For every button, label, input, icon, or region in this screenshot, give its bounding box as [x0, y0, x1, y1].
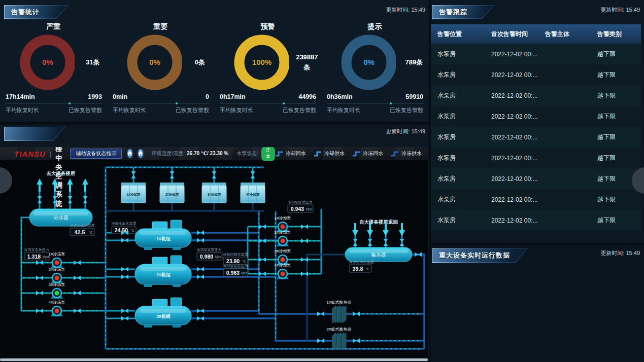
svg-text:1#板式换热器: 1#板式换热器 — [327, 300, 352, 305]
cooling-tower-3[interactable]: 3#冷却塔 — [202, 171, 226, 203]
scada-horizontal-scrollbar[interactable] — [0, 358, 428, 361]
recovered-count-value: 59910 — [405, 93, 423, 100]
svg-text:0.943: 0.943 — [291, 206, 304, 212]
table-row[interactable]: 水泵房 2022-12-02 00:... 越下限 — [431, 148, 641, 168]
table-row[interactable]: 水泵房 2022-12-02 00:... 越下限 — [431, 44, 641, 64]
gauge-count: 239887条 — [293, 52, 321, 73]
avg-recovery-value: 0h17min — [220, 93, 246, 100]
legend-chilled-supply: 冷冻供水 — [391, 150, 422, 157]
avg-recovery-label: 平均恢复时长 — [113, 106, 146, 114]
donut-percent: 0% — [42, 58, 53, 66]
svg-text:2#冷冻泵: 2#冷冻泵 — [49, 267, 65, 272]
svg-text:3#冷却塔: 3#冷却塔 — [208, 193, 221, 197]
chilled-supply-temp-box: 冷冻水出水温度 42.5 ℃ — [70, 224, 95, 236]
recovered-count-label: 已恢复告警数 — [390, 106, 423, 114]
gauge-stats: 0h36min 59910 平均恢复时长 已恢复告警数 — [327, 93, 423, 114]
table-row[interactable]: 水泵房 2022-12-02 00:... 越下限 — [431, 127, 641, 148]
divider-dot — [283, 102, 285, 104]
table-header: 告警位置 首次告警时间 告警主体 告警类别 — [431, 24, 641, 44]
donut-percent: 0% — [149, 58, 160, 66]
recovered-count-label: 已恢复告警数 — [176, 106, 209, 114]
table-row[interactable]: 水泵房 2022-12-02 00:... 越下限 — [431, 168, 641, 189]
aux-equipment-status-button[interactable]: 辅助设备状态指示 — [70, 149, 122, 159]
gauge-count: 0条 — [186, 57, 214, 67]
cooling-tower-2[interactable]: 2#冷却塔 — [160, 171, 184, 203]
cooling-pump-before-pressure-box: 冷却泵泵前压力 0.963 Mpa — [223, 264, 248, 276]
svg-text:分水器: 分水器 — [53, 215, 69, 221]
table-row[interactable]: 水泵房 2022-12-02 00:... 越下限 — [431, 189, 641, 210]
env-temp-humidity-value: 26.70 ℃/ 23.30 % — [187, 151, 228, 156]
svg-text:23.90: 23.90 — [226, 258, 240, 264]
pipe-legend: 冷却回水 冷却供水 冷冻回水 — [275, 150, 422, 157]
scada-header-fill — [5, 127, 65, 140]
equipment-title: 重大设备实时运行数据 — [439, 251, 510, 260]
svg-text:冷冻水回水温度: 冷冻水回水温度 — [349, 260, 374, 264]
svg-text:1.318: 1.318 — [27, 254, 41, 260]
alarm-track-header-ribbon: 告警跟踪 — [432, 5, 495, 19]
col-header-first-time: 首次告警时间 — [485, 30, 538, 39]
alarm-stats-panel: 告警统计 更新时间: 15:49 严重 0% 31条 17h14min 1993 — [0, 0, 429, 122]
svg-text:℃: ℃ — [130, 229, 134, 232]
chilled-pump-3[interactable]: 3#冷冻泵 — [36, 282, 81, 299]
svg-text:1#机组: 1#机组 — [156, 236, 171, 241]
svg-text:4#冷却塔: 4#冷却塔 — [246, 193, 260, 197]
tiansu-logo: TIANSU — [14, 150, 46, 158]
cooling-tower-4[interactable]: 4#冷却塔 — [241, 171, 265, 203]
chiller-unit-3[interactable]: 3#机组 — [121, 298, 204, 328]
svg-text:2#板式换热器: 2#板式换热器 — [327, 327, 352, 332]
home-icon — [138, 151, 143, 156]
gauge-stats: 0h17min 44996 平均恢复时长 已恢复告警数 — [220, 93, 316, 114]
heat-exchanger-1[interactable]: 1#板式换热器 — [317, 300, 360, 323]
svg-text:集水器: 集水器 — [371, 252, 386, 258]
divider-dot — [69, 102, 71, 104]
gauge-important: 重要 0% 0条 0min 0 平均恢复时长 已恢复告警数 — [107, 22, 214, 114]
legend-cooling-supply: 冷却供水 — [314, 150, 345, 157]
svg-text:1#冷冻泵: 1#冷冻泵 — [49, 252, 65, 257]
chiller-unit-2[interactable]: 2#机组 — [121, 256, 204, 287]
home-button-1[interactable] — [127, 149, 132, 158]
from-floors-label: 自大楼各楼层返回 — [359, 219, 398, 225]
donut-percent: 0% — [363, 58, 375, 66]
svg-text:冷却泵泵前压力: 冷却泵泵前压力 — [223, 264, 248, 268]
gauge-donut-row: 0% 31条 — [0, 31, 107, 93]
svg-text:冷冻泵泵前压力: 冷冻泵泵前压力 — [197, 248, 222, 252]
table-row[interactable]: 水泵房 2022-12-02 00:... 越下限 — [431, 106, 641, 127]
table-row[interactable]: 水泵房 2022-12-02 00:... 越下限 — [431, 85, 641, 106]
gauge-critical: 严重 0% 31条 17h14min 1993 平均恢复时长 已恢复告警数 — [0, 22, 107, 114]
recovered-count-value: 0 — [206, 93, 209, 100]
col-header-category: 告警类别 — [591, 30, 641, 39]
avg-recovery-label: 平均恢复时长 — [6, 106, 39, 114]
chilled-pump-2[interactable]: 2#冷冻泵 — [36, 267, 81, 283]
table-row[interactable]: 水泵房 2022-12-02 00:... 越下限 — [431, 64, 641, 85]
legend-cooling-return: 冷却回水 — [275, 150, 306, 157]
home-icon — [127, 151, 132, 156]
svg-text:0.963: 0.963 — [226, 270, 240, 276]
gauge-donut-row: 0% 0条 — [107, 31, 214, 93]
table-row[interactable]: 水泵房 2022-12-02 00:... 越下限 — [431, 210, 641, 231]
svg-text:冷冻水出水温度: 冷冻水出水温度 — [70, 224, 95, 228]
cooling-return-temp-box: 冷却水回水温度 23.90 ℃ — [223, 252, 248, 265]
heat-exchanger-2[interactable]: 2#板式换热器 — [317, 327, 360, 350]
chilled-pump-4[interactable]: 4#冷冻泵 — [36, 300, 81, 316]
cooling-tower-1[interactable]: 1#冷却塔 — [121, 171, 146, 203]
table-body: 水泵房 2022-12-02 00:... 越下限 水泵房 2022-12-02… — [431, 44, 641, 231]
recovered-count-value: 1993 — [88, 93, 102, 100]
svg-text:℃: ℃ — [242, 260, 246, 263]
donut-chart-important: 0% — [126, 34, 182, 91]
logo-divider: | — [50, 150, 51, 158]
stats-divider — [327, 103, 423, 103]
equipment-data-panel: 重大设备实时运行数据 更新时间: 15:49 — [431, 245, 644, 362]
gauge-stats: 0min 0 平均恢复时长 已恢复告警数 — [113, 93, 209, 114]
svg-text:Mpa: Mpa — [241, 271, 248, 275]
svg-text:冷却泵泵后压力: 冷却泵泵后压力 — [288, 200, 313, 204]
donut-chart-critical: 0% — [19, 34, 75, 91]
svg-text:℃: ℃ — [89, 231, 92, 234]
divider-dot — [390, 102, 392, 104]
gauge-warning: 预警 100% 239887条 0h17min 44996 平均恢复时长 已恢复… — [214, 22, 321, 114]
alarm-stats-header-fill: 告警统计 — [5, 6, 68, 18]
cooling-pump-2[interactable]: 2#冷却泵 — [259, 230, 308, 246]
home-button-2[interactable] — [138, 149, 143, 158]
scada-panel: 更新时间: 15:49 TIANSU | 第二住院大楼中央空调系统 辅助设备状态… — [0, 125, 429, 362]
hvac-diagram: 去大楼各楼层 分水器 冷冻水出水温度 42.5 ℃ — [0, 160, 428, 358]
return-arrows — [352, 223, 405, 247]
